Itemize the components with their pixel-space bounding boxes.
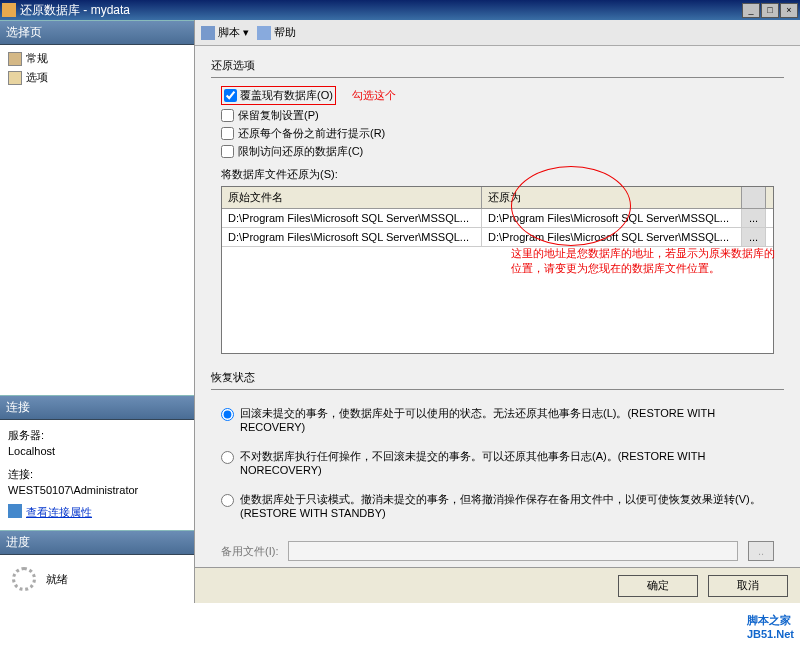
spinner-icon — [12, 567, 36, 591]
properties-icon — [8, 504, 22, 518]
backup-file-label: 备用文件(I): — [221, 544, 278, 559]
restrict-checkbox[interactable] — [221, 145, 234, 158]
browse-button[interactable]: ... — [742, 209, 766, 227]
script-icon — [201, 26, 215, 40]
view-connection-properties[interactable]: 查看连接属性 — [8, 504, 186, 520]
page-icon — [8, 71, 22, 85]
recovery-label-1: 回滚未提交的事务，使数据库处于可以使用的状态。无法还原其他事务日志(L)。(RE… — [240, 406, 774, 433]
progress-header: 进度 — [0, 530, 194, 555]
watermark-line2: JB51.Net — [747, 628, 794, 640]
ok-button[interactable]: 确定 — [618, 575, 698, 597]
progress-status: 就绪 — [46, 572, 68, 587]
restrict-label: 限制访问还原的数据库(C) — [238, 144, 363, 159]
sidebar: 选择页 常规 选项 连接 服务器: Localhost 连接: WEST5010… — [0, 20, 195, 603]
connection-header: 连接 — [0, 395, 194, 420]
watermark-line1: 脚本之家 — [747, 613, 794, 628]
preserve-checkbox[interactable] — [221, 109, 234, 122]
help-label: 帮助 — [274, 25, 296, 40]
table-row[interactable]: D:\Program Files\Microsoft SQL Server\MS… — [222, 228, 773, 247]
restore-files-label: 将数据库文件还原为(S): — [221, 167, 784, 182]
conn-label: 连接: — [8, 467, 186, 482]
window-title: 还原数据库 - mydata — [20, 2, 742, 19]
page-icon — [8, 52, 22, 66]
recovery-radio-recovery[interactable] — [221, 408, 234, 421]
nav-label: 常规 — [26, 51, 48, 66]
toolbar: 脚本 ▾ 帮助 — [195, 20, 800, 46]
restore-options-header: 还原选项 — [211, 58, 784, 73]
recovery-label-3: 使数据库处于只读模式。撤消未提交的事务，但将撤消操作保存在备用文件中，以便可使恢… — [240, 492, 774, 519]
minimize-button[interactable]: _ — [742, 3, 760, 18]
overwrite-label: 覆盖现有数据库(O) — [240, 88, 333, 103]
select-page-header: 选择页 — [0, 20, 194, 45]
script-button[interactable]: 脚本 ▾ — [201, 25, 249, 40]
conn-value: WEST50107\Administrator — [8, 484, 186, 496]
table-row[interactable]: D:\Program Files\Microsoft SQL Server\MS… — [222, 209, 773, 228]
backup-file-input — [288, 541, 738, 561]
annotation-path-note1: 这里的地址是您数据库的地址，若显示为原来数据库的 — [511, 246, 775, 261]
dialog-footer: 确定 取消 — [195, 567, 800, 603]
preserve-label: 保留复制设置(P) — [238, 108, 319, 123]
dropdown-arrow-icon: ▾ — [243, 26, 249, 39]
col-restore-as: 还原为 — [482, 187, 742, 208]
connection-panel: 服务器: Localhost 连接: WEST50107\Administrat… — [0, 420, 194, 530]
server-value: Localhost — [8, 445, 186, 457]
prompt-label: 还原每个备份之前进行提示(R) — [238, 126, 385, 141]
recovery-radio-norecovery[interactable] — [221, 451, 234, 464]
close-button[interactable]: × — [780, 3, 798, 18]
server-label: 服务器: — [8, 428, 186, 443]
sidebar-item-options[interactable]: 选项 — [4, 68, 190, 87]
backup-file-browse: .. — [748, 541, 774, 561]
prompt-checkbox[interactable] — [221, 127, 234, 140]
script-label: 脚本 — [218, 25, 240, 40]
cancel-button[interactable]: 取消 — [708, 575, 788, 597]
cell-orig: D:\Program Files\Microsoft SQL Server\MS… — [222, 209, 482, 227]
recovery-label-2: 不对数据库执行任何操作，不回滚未提交的事务。可以还原其他事务日志(A)。(RES… — [240, 449, 774, 476]
maximize-button[interactable]: □ — [761, 3, 779, 18]
browse-button[interactable]: ... — [742, 228, 766, 246]
annotation-check-this: 勾选这个 — [352, 88, 396, 103]
overwrite-checkbox[interactable] — [224, 89, 237, 102]
titlebar: 还原数据库 - mydata _ □ × — [0, 0, 800, 20]
window-icon — [2, 3, 16, 17]
cell-orig: D:\Program Files\Microsoft SQL Server\MS… — [222, 228, 482, 246]
nav-label: 选项 — [26, 70, 48, 85]
col-original: 原始文件名 — [222, 187, 482, 208]
annotation-path-note2: 位置，请变更为您现在的数据库文件位置。 — [511, 261, 775, 276]
help-icon — [257, 26, 271, 40]
link-label: 查看连接属性 — [26, 505, 92, 520]
recovery-radio-standby[interactable] — [221, 494, 234, 507]
cell-restore[interactable]: D:\Program Files\Microsoft SQL Server\MS… — [482, 209, 742, 227]
sidebar-item-general[interactable]: 常规 — [4, 49, 190, 68]
watermark: 脚本之家 JB51.Net — [747, 613, 794, 640]
recovery-header: 恢复状态 — [211, 370, 784, 385]
cell-restore[interactable]: D:\Program Files\Microsoft SQL Server\MS… — [482, 228, 742, 246]
help-button[interactable]: 帮助 — [257, 25, 296, 40]
